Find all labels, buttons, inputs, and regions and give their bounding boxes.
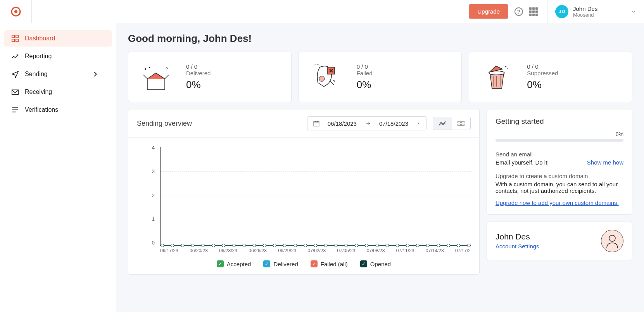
data-point — [406, 244, 409, 247]
y-tick: 3 — [137, 168, 159, 174]
getting-started-percent: 0% — [496, 131, 623, 137]
sidebar-item-verifications[interactable]: Verifications — [4, 102, 112, 118]
legend-swatch: ✓ — [311, 260, 318, 267]
data-point — [457, 244, 460, 247]
y-axis: 43210 — [137, 145, 159, 246]
data-point — [447, 244, 450, 247]
legend-item[interactable]: ✓Delivered — [263, 260, 298, 267]
y-tick: 4 — [137, 145, 159, 151]
chevron-down-icon — [416, 121, 421, 126]
legend-label: Opened — [370, 261, 391, 267]
upgrade-button[interactable]: Upgrade — [469, 4, 508, 19]
date-to: 07/18/2023 — [379, 120, 408, 127]
svg-point-27 — [609, 235, 615, 241]
calendar-icon — [313, 120, 320, 127]
grid-icon — [457, 120, 465, 127]
view-line-button[interactable] — [433, 117, 452, 130]
sidebar-item-dashboard[interactable]: Dashboard — [4, 30, 112, 47]
stat-card-failed: 0 / 0 Failed 0% — [299, 52, 462, 102]
gs-step1-title: Send an email — [496, 151, 623, 158]
svg-point-12 — [166, 68, 167, 69]
brand-logo-icon — [10, 5, 22, 18]
data-point — [416, 244, 420, 247]
data-point — [355, 244, 358, 247]
avatar: JD — [555, 5, 568, 18]
legend-item[interactable]: ✓Accepted — [217, 260, 251, 267]
stat-ratio: 0 / 0 — [186, 63, 211, 70]
arrow-right-icon — [364, 121, 371, 126]
chart-title: Sending overview — [137, 120, 301, 128]
chart-plot-area: 43210 06/17/2306/20/2306/23/2306/26/2306… — [137, 145, 471, 253]
header-user-name: John Des — [573, 5, 597, 12]
show-me-how-link[interactable]: Show me how — [587, 159, 623, 166]
svg-rect-2 — [12, 35, 14, 38]
svg-rect-10 — [147, 79, 165, 90]
chart-card: Sending overview 06/18/2023 07/18/2023 — [128, 109, 480, 275]
stats-row: 0 / 0 Delivered 0% 0 / 0 Failed 0% — [128, 52, 632, 102]
receiving-icon — [11, 88, 19, 96]
stat-card-suppressed: 0 / 0 Suppressed 0% — [469, 52, 632, 102]
chart-legend: ✓Accepted✓Delivered✓Failed (all)✓Opened — [137, 260, 471, 267]
data-point — [283, 244, 287, 247]
y-tick: 1 — [137, 216, 159, 222]
legend-swatch: ✓ — [217, 260, 224, 267]
data-point — [232, 244, 236, 247]
gs-step1-text: Email yourself. Do it! — [496, 159, 549, 166]
svg-rect-26 — [462, 124, 464, 126]
failed-illustration — [308, 61, 345, 92]
legend-label: Delivered — [273, 261, 298, 267]
stat-percent: 0% — [186, 79, 211, 91]
data-point — [334, 244, 338, 247]
data-point — [181, 244, 185, 247]
data-point — [294, 244, 297, 247]
svg-point-11 — [145, 68, 146, 70]
progress-bar — [496, 139, 623, 142]
suppressed-illustration — [478, 61, 515, 92]
x-tick: 07/11/23 — [396, 248, 414, 253]
svg-rect-24 — [462, 121, 464, 123]
legend-label: Accepted — [227, 261, 251, 267]
logo-area — [0, 0, 32, 23]
chart-header: Sending overview 06/18/2023 07/18/2023 — [128, 109, 479, 138]
x-tick: 07/02/23 — [307, 248, 326, 253]
gs-step2-title: Upgrade to create a custom domain — [496, 173, 623, 179]
user-menu[interactable]: JD John Des Moosend — [547, 0, 644, 23]
svg-rect-4 — [12, 39, 14, 42]
plot — [160, 147, 471, 246]
x-tick: 07/14/23 — [426, 248, 444, 253]
data-point — [467, 244, 471, 247]
svg-rect-25 — [458, 124, 461, 126]
data-point — [437, 244, 440, 247]
x-tick: 06/20/23 — [190, 248, 208, 253]
stat-label: Suppressed — [527, 70, 558, 76]
data-point — [375, 244, 379, 247]
data-point — [201, 244, 205, 247]
view-grid-button[interactable] — [452, 117, 470, 130]
legend-item[interactable]: ✓Failed (all) — [311, 260, 348, 267]
getting-started-title: Getting started — [496, 117, 623, 126]
sidebar-item-receiving[interactable]: Receiving — [4, 84, 112, 100]
data-point — [222, 244, 225, 247]
data-point — [263, 244, 266, 247]
sidebar-item-label: Verifications — [25, 106, 58, 113]
sidebar-item-reporting[interactable]: Reporting — [4, 48, 112, 64]
chevron-right-icon — [91, 70, 100, 78]
stat-percent: 0% — [527, 79, 558, 91]
data-points — [161, 244, 471, 247]
stat-label: Failed — [357, 70, 373, 76]
data-point — [191, 244, 195, 247]
user-card: John Des Account Settings — [487, 222, 632, 260]
sidebar-item-sending[interactable]: Sending — [4, 66, 112, 82]
main-content: Good morning, John Des! 0 / 0 Delivered … — [116, 23, 644, 312]
help-icon[interactable]: ? — [515, 7, 523, 16]
user-avatar-large — [601, 230, 623, 252]
date-range-picker[interactable]: 06/18/2023 07/18/2023 — [307, 116, 426, 130]
legend-item[interactable]: ✓Opened — [360, 260, 391, 267]
stat-ratio: 0 / 0 — [527, 63, 558, 70]
sending-icon — [11, 70, 19, 78]
upgrade-domains-link[interactable]: Upgrade now to add your own custom domai… — [496, 199, 619, 206]
apps-grid-icon[interactable] — [529, 7, 538, 16]
x-axis: 06/17/2306/20/2306/23/2306/26/2306/29/23… — [160, 248, 471, 253]
chevron-down-icon — [631, 9, 636, 14]
account-settings-link[interactable]: Account Settings — [496, 243, 539, 250]
